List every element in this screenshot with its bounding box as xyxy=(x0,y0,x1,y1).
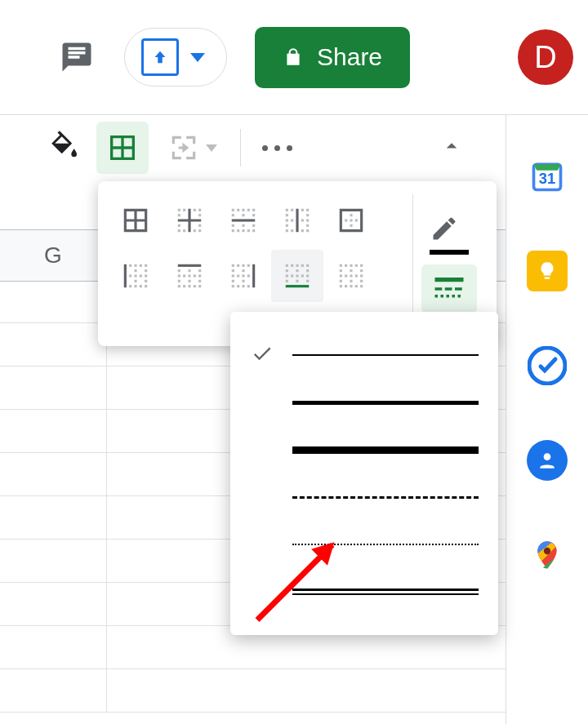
border-style-button[interactable] xyxy=(421,264,477,313)
svg-rect-132 xyxy=(340,274,342,277)
svg-rect-69 xyxy=(129,285,131,287)
svg-rect-85 xyxy=(178,285,180,287)
border-all-icon xyxy=(120,205,151,236)
border-inner-button[interactable] xyxy=(163,194,216,247)
svg-rect-98 xyxy=(242,274,244,277)
tasks-addon-button[interactable] xyxy=(527,345,568,386)
avatar-initial: D xyxy=(534,40,556,75)
svg-rect-18 xyxy=(237,209,239,211)
svg-rect-57 xyxy=(129,264,131,267)
border-top-button[interactable] xyxy=(163,250,216,302)
svg-rect-113 xyxy=(296,269,298,272)
svg-rect-111 xyxy=(306,264,309,267)
svg-point-4 xyxy=(544,548,550,554)
svg-rect-39 xyxy=(306,214,309,216)
style-sample-thin xyxy=(292,354,479,356)
keep-addon-button[interactable] xyxy=(527,251,568,291)
svg-rect-35 xyxy=(291,209,293,211)
border-style-option-dotted[interactable] xyxy=(242,521,487,568)
svg-rect-15 xyxy=(194,229,196,232)
borders-button[interactable] xyxy=(96,122,149,174)
svg-rect-66 xyxy=(145,274,147,277)
svg-rect-122 xyxy=(306,280,309,282)
svg-rect-8 xyxy=(198,209,201,211)
svg-rect-127 xyxy=(355,264,358,267)
svg-rect-116 xyxy=(291,274,293,277)
border-style-menu xyxy=(230,312,498,635)
column-header[interactable]: G xyxy=(0,230,107,281)
maps-pin-icon xyxy=(531,535,564,575)
border-all-button[interactable] xyxy=(109,194,162,247)
border-clear-button[interactable] xyxy=(325,250,377,302)
svg-rect-141 xyxy=(345,285,347,287)
svg-rect-52 xyxy=(345,219,347,221)
svg-rect-13 xyxy=(178,229,180,232)
border-style-icon xyxy=(432,275,466,303)
svg-rect-56 xyxy=(124,264,127,288)
border-clear-icon xyxy=(336,260,367,291)
border-inner-icon xyxy=(174,205,205,236)
svg-rect-117 xyxy=(296,274,298,277)
border-right-button[interactable] xyxy=(217,250,270,302)
style-sample-medium xyxy=(292,401,479,405)
border-style-option-thick[interactable] xyxy=(242,426,487,473)
border-style-option-double[interactable] xyxy=(242,568,487,615)
comment-icon xyxy=(60,40,94,74)
svg-rect-108 xyxy=(291,264,293,267)
svg-rect-140 xyxy=(340,285,342,287)
border-left-button[interactable] xyxy=(109,250,162,302)
svg-rect-120 xyxy=(286,280,288,282)
svg-rect-23 xyxy=(242,214,244,216)
maps-addon-button[interactable] xyxy=(527,535,568,575)
svg-rect-10 xyxy=(198,214,201,216)
merge-cells-button[interactable] xyxy=(162,131,224,164)
svg-rect-6 xyxy=(183,209,185,211)
share-button[interactable]: Share xyxy=(255,27,410,88)
svg-rect-38 xyxy=(286,214,288,216)
paint-bucket-icon xyxy=(48,130,81,162)
svg-rect-64 xyxy=(134,274,136,277)
toolbar-more-button[interactable] xyxy=(262,145,292,151)
svg-rect-14 xyxy=(183,229,185,232)
keep-icon xyxy=(537,260,558,282)
svg-rect-25 xyxy=(232,224,234,227)
svg-rect-104 xyxy=(242,285,244,287)
border-style-option-thin[interactable] xyxy=(242,331,487,379)
fill-color-button[interactable] xyxy=(41,130,88,166)
svg-rect-20 xyxy=(247,209,250,211)
svg-rect-46 xyxy=(286,229,288,232)
svg-rect-80 xyxy=(194,274,196,277)
border-vertical-button[interactable] xyxy=(271,194,323,247)
border-bottom-button[interactable] xyxy=(271,250,323,302)
svg-rect-43 xyxy=(306,219,309,221)
collapse-toolbar-button[interactable] xyxy=(439,134,464,162)
svg-rect-50 xyxy=(296,209,298,233)
contacts-addon-button[interactable] xyxy=(527,440,568,481)
check-icon xyxy=(250,342,274,368)
style-sample-dashed xyxy=(292,496,479,499)
svg-rect-74 xyxy=(178,269,180,272)
account-avatar[interactable]: D xyxy=(518,29,573,85)
svg-rect-90 xyxy=(232,264,234,267)
style-sample-double xyxy=(292,589,479,595)
border-color-button[interactable] xyxy=(430,214,469,255)
svg-rect-146 xyxy=(435,287,443,291)
calendar-addon-button[interactable]: 31 xyxy=(527,156,568,197)
editing-toolbar xyxy=(0,115,588,180)
border-outer-button[interactable] xyxy=(325,194,377,247)
border-horizontal-button[interactable] xyxy=(217,194,270,247)
svg-rect-134 xyxy=(350,274,352,277)
svg-rect-119 xyxy=(306,274,309,277)
comment-history-button[interactable] xyxy=(57,38,96,77)
svg-rect-128 xyxy=(360,264,363,267)
border-style-option-dashed[interactable] xyxy=(242,473,487,521)
svg-rect-19 xyxy=(242,209,244,211)
svg-rect-71 xyxy=(140,285,142,287)
svg-rect-102 xyxy=(232,285,234,287)
svg-rect-58 xyxy=(134,264,136,267)
svg-rect-17 xyxy=(232,209,234,211)
svg-rect-91 xyxy=(237,264,239,267)
quick-share-dropdown[interactable] xyxy=(124,28,227,87)
border-style-option-medium[interactable] xyxy=(242,379,487,426)
svg-point-3 xyxy=(544,453,551,460)
